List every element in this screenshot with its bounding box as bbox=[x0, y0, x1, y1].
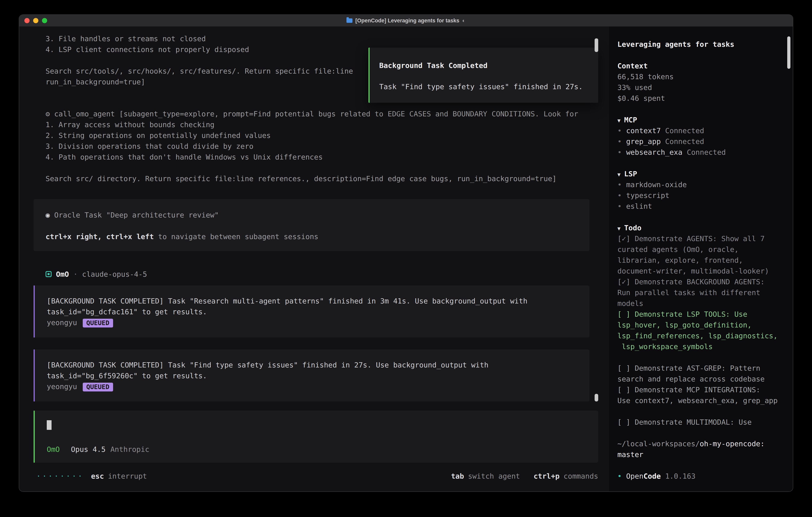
context-header: Context bbox=[617, 60, 787, 71]
gear-icon: ⚙ bbox=[46, 110, 50, 118]
todo-section-header[interactable]: ▼Todo bbox=[617, 222, 787, 233]
input-model-label[interactable]: Opus 4.5 bbox=[71, 444, 106, 455]
mcp-status: Connected bbox=[687, 148, 726, 156]
status-badge: QUEUED bbox=[83, 383, 113, 391]
spacer bbox=[617, 50, 787, 60]
spacer bbox=[617, 352, 787, 363]
oracle-task-panel[interactable]: ◉ Oracle Task "Deep architecture review"… bbox=[34, 199, 589, 251]
mcp-item: •context7Connected bbox=[617, 125, 787, 136]
git-branch: master bbox=[617, 449, 787, 460]
mcp-item: •grep_appConnected bbox=[617, 136, 787, 147]
mcp-status: Connected bbox=[665, 137, 704, 145]
status-left: ········ esc interrupt bbox=[36, 471, 147, 482]
chat-area: 3. File handles or streams not closed 4.… bbox=[19, 27, 609, 491]
terminal-window: [OpenCode] Leveraging agents for tasks ◐… bbox=[19, 15, 793, 491]
prompt-input[interactable]: OmO Opus 4.5 Anthropic bbox=[34, 411, 598, 463]
sidebar-scrollbar-thumb[interactable] bbox=[787, 36, 790, 69]
message-line: task_id="bg_6f59260c" to get results. bbox=[47, 370, 577, 381]
lsp-item: •eslint bbox=[617, 201, 787, 212]
spacer bbox=[617, 212, 787, 222]
window-content: 3. File handles or streams not closed 4.… bbox=[19, 27, 793, 491]
close-button[interactable] bbox=[24, 18, 30, 23]
sidebar: Leveraging agents for tasks Context 66,5… bbox=[609, 27, 793, 491]
message-block[interactable]: [BACKGROUND TASK COMPLETED] Task "Find t… bbox=[34, 350, 589, 402]
esc-key-label: interrupt bbox=[108, 471, 147, 482]
text-cursor bbox=[47, 420, 52, 430]
status-right: tab switch agent ctrl+p commands bbox=[451, 471, 598, 482]
todo-item-active: [ ] Demonstrate LSP TOOLS: Use lsp_hover… bbox=[617, 309, 787, 352]
minimize-button[interactable] bbox=[33, 18, 38, 23]
lsp-section-header[interactable]: ▼LSP bbox=[617, 168, 787, 179]
bullet-icon: • bbox=[617, 180, 622, 189]
notification-toast[interactable]: Background Task Completed Task "Find typ… bbox=[369, 48, 598, 103]
todo-item-pending: [ ] Demonstrate MCP INTEGRATIONS: Use co… bbox=[617, 384, 787, 406]
author-name: yeongyu bbox=[47, 382, 77, 391]
oracle-task-title: ◉ Oracle Task "Deep architecture review" bbox=[46, 210, 577, 220]
status-badge: QUEUED bbox=[83, 319, 113, 327]
chevron-down-icon[interactable]: ▼ bbox=[617, 117, 620, 124]
todo-item-pending: [ ] Demonstrate MULTIMODAL: Use bbox=[617, 417, 787, 428]
ctrlp-key-label: commands bbox=[563, 471, 598, 482]
tool-call-text: call_omo_agent [subagent_type=explore, p… bbox=[50, 110, 578, 118]
oracle-hint: ctrl+x right, ctrl+x left to navigate be… bbox=[46, 231, 577, 242]
desktop: [OpenCode] Leveraging agents for tasks ◐… bbox=[0, 0, 812, 517]
text-line: 3. Division operations that could divide… bbox=[46, 141, 598, 152]
bullet-icon: • bbox=[617, 202, 622, 210]
window-title-group: [OpenCode] Leveraging agents for tasks ◐ bbox=[347, 18, 466, 24]
lsp-item: •typescript bbox=[617, 190, 787, 201]
todo-item-done: [✓] Demonstrate BACKGROUND AGENTS: Run p… bbox=[617, 276, 787, 309]
separator-dot: · bbox=[73, 269, 78, 279]
main-scrollbar-thumb-2[interactable] bbox=[594, 394, 598, 402]
agent-header: OmO · claude-opus-4-5 bbox=[46, 269, 598, 279]
spacer bbox=[617, 406, 787, 417]
bullet-icon: • bbox=[617, 137, 622, 145]
message-block[interactable]: [BACKGROUND TASK COMPLETED] Task "Resear… bbox=[34, 285, 589, 337]
session-title: Leveraging agents for tasks bbox=[617, 39, 787, 50]
message-line: task_id="bg_dcfac161" to get results. bbox=[47, 306, 577, 317]
lsp-item: •markdown-oxide bbox=[617, 179, 787, 190]
agent-name: OmO bbox=[56, 269, 69, 279]
window-title: [OpenCode] Leveraging agents for tasks bbox=[355, 18, 460, 24]
author-name: yeongyu bbox=[47, 318, 77, 327]
text-line: 4. Path operations that don't handle Win… bbox=[46, 152, 598, 162]
spacer bbox=[617, 158, 787, 168]
spacer bbox=[617, 104, 787, 114]
text-line: 2. String operations on potentially unde… bbox=[46, 130, 598, 141]
model-row: OmO Opus 4.5 Anthropic bbox=[47, 444, 586, 455]
toast-title: Background Task Completed bbox=[379, 60, 590, 71]
spacer bbox=[617, 460, 787, 471]
esc-key-hint: esc bbox=[91, 471, 104, 482]
todo-item-pending: [ ] Demonstrate AST-GREP: Pattern search… bbox=[617, 363, 787, 384]
agent-model: claude-opus-4-5 bbox=[82, 269, 147, 279]
mcp-item: •websearch_exaConnected bbox=[617, 147, 787, 158]
tool-call-block: ⚙ call_omo_agent [subagent_type=explore,… bbox=[46, 108, 598, 184]
bullet-icon: • bbox=[617, 191, 622, 199]
context-spent: $0.46 spent bbox=[617, 93, 787, 104]
record-icon: ◉ bbox=[46, 211, 50, 219]
agent-icon bbox=[46, 271, 52, 277]
zoom-button[interactable] bbox=[42, 18, 47, 23]
moon-icon: ◐ bbox=[462, 18, 465, 24]
chevron-down-icon[interactable]: ▼ bbox=[617, 225, 620, 232]
text-line: 1. Array access without bounds checking bbox=[46, 119, 598, 130]
tab-key-hint: tab bbox=[451, 471, 464, 482]
main-scrollbar-thumb[interactable] bbox=[594, 38, 598, 52]
mcp-status: Connected bbox=[665, 126, 704, 135]
ctrlp-key-hint: ctrl+p bbox=[534, 471, 560, 482]
context-used: 33% used bbox=[617, 82, 787, 93]
toast-body: Task "Find type safety issues" finished … bbox=[379, 81, 590, 92]
mcp-section-header[interactable]: ▼MCP bbox=[617, 114, 787, 125]
tool-call-header: ⚙ call_omo_agent [subagent_type=explore,… bbox=[46, 108, 598, 119]
message-line: [BACKGROUND TASK COMPLETED] Task "Resear… bbox=[47, 296, 577, 306]
spinner-dots-icon: ········ bbox=[36, 471, 84, 482]
folder-icon bbox=[347, 19, 353, 23]
titlebar[interactable]: [OpenCode] Leveraging agents for tasks ◐ bbox=[19, 15, 793, 27]
message-meta: yeongyuQUEUED bbox=[47, 381, 577, 392]
text-line: Search src/ directory. Return specific f… bbox=[46, 173, 598, 184]
context-tokens: 66,518 tokens bbox=[617, 71, 787, 82]
bullet-icon: • bbox=[617, 148, 622, 156]
chevron-down-icon[interactable]: ▼ bbox=[617, 171, 620, 178]
message-line: [BACKGROUND TASK COMPLETED] Task "Find t… bbox=[47, 359, 577, 370]
input-agent-label[interactable]: OmO bbox=[47, 444, 60, 455]
text-line bbox=[46, 162, 598, 173]
